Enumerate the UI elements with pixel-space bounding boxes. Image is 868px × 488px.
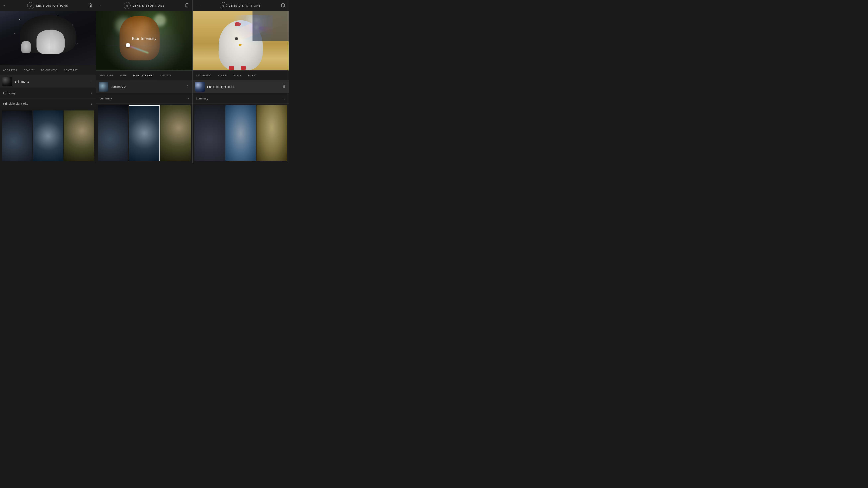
layer-row-shimmer: Shimmer 1 ⋮ [0, 75, 96, 88]
toy-figure [21, 41, 31, 53]
accordion-plh-chevron-p1: ∨ [91, 102, 93, 105]
accordion-plh-label-p1: Principle Light Hits [3, 102, 28, 105]
export-icon-panel3 [281, 3, 285, 8]
chicken-foot-1 [229, 66, 234, 70]
header-panel3: ← ⊘ LENS DISTORTIONS [193, 0, 288, 11]
toolbar-flip-v-p3[interactable]: FLIP V [245, 71, 259, 80]
accordion-luminary-p3[interactable]: Luminary ∨ [193, 93, 288, 104]
export-icon-panel2 [185, 3, 189, 8]
export-button-panel1[interactable] [88, 3, 93, 8]
svg-point-11 [284, 87, 285, 88]
header-panel2: ← ⊘ LENS DISTORTIONS [96, 0, 192, 11]
layer-dots-luminary2[interactable]: ⋮ [185, 84, 190, 90]
svg-point-9 [284, 85, 285, 86]
toolbar-blur-p2[interactable]: BLUR [117, 71, 130, 80]
image-area-panel1 [0, 11, 96, 65]
layer-name-luminary2: Luminary 2 [111, 85, 183, 89]
layer-row-luminary2: Luminary 2 ⋮ [96, 80, 192, 93]
sparkle-1 [19, 19, 20, 20]
gallery-thumb-2-p1[interactable] [33, 110, 63, 161]
panel-2: ← ⊘ LENS DISTORTIONS [96, 0, 192, 163]
accordion-luminary-label-p3: Luminary [196, 97, 208, 100]
accordion-luminary-chevron-p2: ∨ [187, 97, 189, 100]
toolbar-brightness-p1[interactable]: BRIGHTNESS [38, 65, 61, 75]
toolbar-panel3: SATURATION COLOR FLIP H FLIP V [193, 70, 288, 80]
gallery-thumbs-p2 [96, 104, 192, 163]
app-logo-icon-panel1: ⊘ [27, 2, 34, 9]
toolbar-opacity-p2[interactable]: OPACITY [157, 71, 175, 80]
gallery-thumbs-p3 [193, 104, 288, 163]
accordion-luminary-p2[interactable]: Luminary ∨ [96, 93, 192, 104]
svg-point-8 [283, 87, 284, 88]
accordion-luminary-label-p1: Luminary [3, 91, 16, 95]
toolbar-flip-h-p3[interactable]: FLIP H [230, 71, 245, 80]
layer-dots-plh[interactable] [281, 84, 286, 90]
export-icon-panel1 [88, 3, 93, 8]
sparkle-5 [77, 43, 78, 44]
panel-3: ← ⊘ LENS DISTORTIONS [193, 0, 289, 163]
svg-rect-2 [185, 4, 188, 7]
app-title-panel1: LENS DISTORTIONS [36, 4, 68, 7]
app-logo-icon-panel3: ⊘ [220, 2, 227, 9]
back-button-panel2[interactable]: ← [99, 3, 103, 8]
toolbar-saturation-p3[interactable]: SATURATION [193, 71, 215, 80]
app-logo-icon-panel2: ⊘ [124, 2, 130, 9]
toolbar-add-layer-p1[interactable]: ADD LAYER [0, 65, 21, 75]
layer-thumb-shimmer [2, 77, 12, 87]
gallery-thumb-2-p2[interactable] [129, 105, 160, 161]
dots-icon-plh [282, 85, 285, 89]
layer-section-panel2: Luminary 2 ⋮ [96, 80, 192, 93]
svg-rect-4 [282, 4, 284, 7]
app-title-panel3: LENS DISTORTIONS [229, 4, 261, 7]
export-button-panel2[interactable] [185, 3, 189, 8]
sub-gallery-p1 [0, 109, 96, 163]
gallery-thumb-1-p3[interactable] [194, 105, 225, 161]
blur-overlay [96, 11, 192, 70]
layer-thumb-luminary2 [99, 82, 108, 92]
toolbar-contrast-p1[interactable]: CONTRAST [61, 65, 81, 75]
accordion-luminary-chevron-p3: ∨ [283, 97, 285, 100]
gallery-thumbs-p1 [0, 109, 96, 163]
back-button-panel1[interactable]: ← [3, 3, 7, 8]
layer-name-plh: Principle Light Hits 1 [207, 85, 279, 89]
toolbar-panel1: ADD LAYER OPACITY BRIGHTNESS CONTRAST [0, 65, 96, 75]
toolbar-color-p3[interactable]: COLOR [215, 71, 230, 80]
svg-rect-0 [89, 4, 92, 7]
gallery-thumb-3-p1[interactable] [64, 110, 94, 161]
sub-gallery-p3 [193, 104, 288, 163]
gallery-thumb-2-p3[interactable] [225, 105, 256, 161]
svg-point-6 [283, 85, 284, 86]
accordion-luminary-label-p2: Luminary [99, 97, 112, 100]
chicken-comb [235, 22, 241, 26]
image-area-panel2: Blur Intensity [96, 11, 192, 70]
gallery-thumb-1-p2[interactable] [98, 105, 128, 161]
accordion-plh-p1[interactable]: Principle Light Hits ∨ [0, 98, 96, 109]
layer-name-shimmer: Shimmer 1 [14, 80, 86, 83]
layer-section-panel1: Shimmer 1 ⋮ [0, 75, 96, 88]
gallery-thumb-3-p3[interactable] [256, 105, 287, 161]
svg-point-7 [283, 86, 284, 87]
layer-dots-shimmer[interactable]: ⋮ [89, 79, 93, 84]
app-title-panel2: LENS DISTORTIONS [132, 4, 165, 7]
accordion-luminary-p1[interactable]: Luminary ∧ [0, 88, 96, 98]
export-button-panel3[interactable] [281, 3, 285, 8]
toolbar-panel2: ADD LAYER BLUR BLUR INTENSITY OPACITY [96, 70, 192, 80]
toolbar-blur-intensity-p2[interactable]: BLUR INTENSITY [130, 71, 157, 80]
gallery-thumb-3-p2[interactable] [160, 105, 191, 161]
header-panel1: ← ⊘ LENS DISTORTIONS [0, 0, 96, 11]
sparkle-4 [14, 33, 15, 34]
toolbar-add-layer-p2[interactable]: ADD LAYER [96, 71, 117, 80]
back-button-panel3[interactable]: ← [196, 3, 200, 8]
sub-gallery-p2 [96, 104, 192, 163]
layer-thumb-plh [195, 82, 205, 92]
wine-glass [50, 28, 54, 52]
accordion-luminary-chevron-p1: ∧ [91, 92, 93, 95]
image-area-panel3 [193, 11, 288, 70]
dark-corner [252, 11, 288, 41]
svg-point-10 [284, 86, 285, 87]
gallery-thumb-1-p1[interactable] [2, 110, 32, 161]
toolbar-opacity-p1[interactable]: OPACITY [21, 65, 38, 75]
layer-row-plh: Principle Light Hits 1 [193, 80, 288, 93]
chicken-foot-2 [241, 66, 246, 70]
panel-1: ← ⊘ LENS DISTORTIONS [0, 0, 96, 163]
